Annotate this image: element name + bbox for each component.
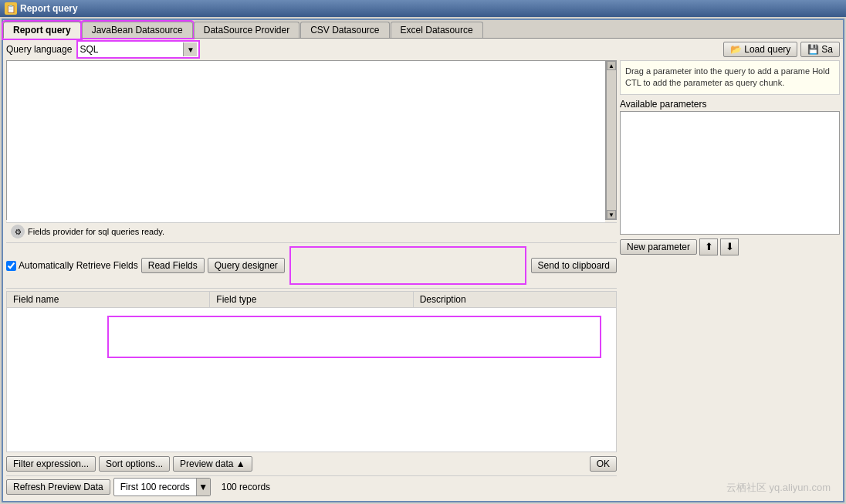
preview-records-arrow[interactable]: ▼ [196, 479, 210, 496]
preview-records-combo[interactable]: First 100 records ▼ [113, 478, 211, 496]
load-query-button[interactable]: 📂 Load query [723, 42, 797, 57]
app-icon: 📋 [5, 2, 17, 15]
tab-excel[interactable]: Excel Datasource [391, 22, 483, 38]
ok-button[interactable]: OK [590, 456, 617, 472]
auto-retrieve-checkbox[interactable] [6, 261, 16, 271]
query-area: ▲ ▼ [6, 60, 617, 220]
fields-table-body [7, 308, 616, 362]
query-editor [6, 60, 606, 220]
scroll-bar: ▲ ▼ [606, 60, 617, 220]
status-text: Fields provider for sql queries ready. [28, 227, 164, 236]
send-to-clipboard-button[interactable]: Send to clipboard [531, 258, 617, 273]
records-count-text: 100 records [222, 482, 270, 492]
scroll-down-btn[interactable]: ▼ [607, 210, 616, 219]
action-row: Filter expression... Sort options... Pre… [6, 455, 617, 473]
param-icon-btn-1[interactable]: ⬆ [699, 238, 718, 255]
query-designer-button[interactable]: Query designer [208, 258, 285, 273]
header-row: Query language ▼ 📂 Load query 💾 Sa [3, 39, 843, 60]
right-panel: Drag a parameter into the query to add a… [620, 60, 840, 498]
title-bar: 📋 Report query [0, 0, 846, 17]
parameters-list [620, 111, 840, 235]
query-language-combo[interactable]: ▼ [76, 40, 200, 59]
available-params-label: Available parameters [620, 97, 840, 111]
tab-csv[interactable]: CSV Datasource [300, 22, 389, 38]
app-window: 📋 Report query Report query JavaBean Dat… [0, 0, 846, 504]
left-panel: ▲ ▼ ⚙ Fields provider for sql queries re… [6, 60, 617, 498]
new-parameter-button[interactable]: New parameter [620, 239, 697, 255]
query-textarea[interactable] [7, 61, 605, 238]
fields-table-header: Field name Field type Description [7, 292, 616, 308]
preview-data-button[interactable]: Preview data ▲ [173, 456, 252, 472]
query-language-input[interactable] [80, 44, 183, 55]
auto-retrieve-label[interactable]: Automatically Retrieve Fields [6, 260, 138, 271]
hint-text: Drag a parameter into the query to add a… [625, 66, 830, 87]
field-type-header: Field type [210, 292, 413, 307]
tab-strip: Report query JavaBean Datasource DataSou… [3, 20, 843, 39]
query-language-dropdown-arrow[interactable]: ▼ [183, 42, 197, 56]
tab-datasource-provider[interactable]: DataSource Provider [194, 22, 299, 38]
toolbar-row: Automatically Retrieve Fields Read Field… [6, 242, 617, 289]
scroll-up-btn[interactable]: ▲ [607, 61, 616, 70]
available-params-section: Available parameters [620, 97, 840, 235]
pink-region-1 [289, 246, 526, 285]
save-icon: 💾 [807, 44, 819, 55]
read-fields-button[interactable]: Read Fields [141, 258, 205, 273]
hint-box: Drag a parameter into the query to add a… [620, 60, 840, 95]
sort-options-button[interactable]: Sort options... [99, 456, 170, 472]
filter-expression-button[interactable]: Filter expression... [6, 456, 96, 472]
folder-icon: 📂 [730, 44, 742, 55]
param-icon-btn-2[interactable]: ⬇ [720, 238, 739, 255]
pink-region-2 [107, 316, 601, 358]
query-language-label: Query language [6, 44, 72, 55]
field-name-header: Field name [7, 292, 210, 307]
refresh-preview-button[interactable]: Refresh Preview Data [6, 479, 110, 495]
main-body: ▲ ▼ ⚙ Fields provider for sql queries re… [3, 60, 843, 501]
tab-javabean[interactable]: JavaBean Datasource [82, 22, 193, 38]
window-title: Report query [20, 3, 78, 14]
tab-report-query[interactable]: Report query [3, 22, 81, 39]
status-icon: ⚙ [11, 225, 25, 238]
save-button[interactable]: 💾 Sa [800, 42, 840, 57]
status-bar: ⚙ Fields provider for sql queries ready. [6, 222, 617, 240]
preview-row: Refresh Preview Data First 100 records ▼… [6, 475, 617, 498]
description-header: Description [414, 292, 616, 307]
preview-records-value: First 100 records [114, 480, 196, 494]
window-frame: Report query JavaBean Datasource DataSou… [2, 19, 844, 502]
new-param-row: New parameter ⬆ ⬇ [620, 238, 840, 255]
fields-table: Field name Field type Description [6, 291, 617, 452]
